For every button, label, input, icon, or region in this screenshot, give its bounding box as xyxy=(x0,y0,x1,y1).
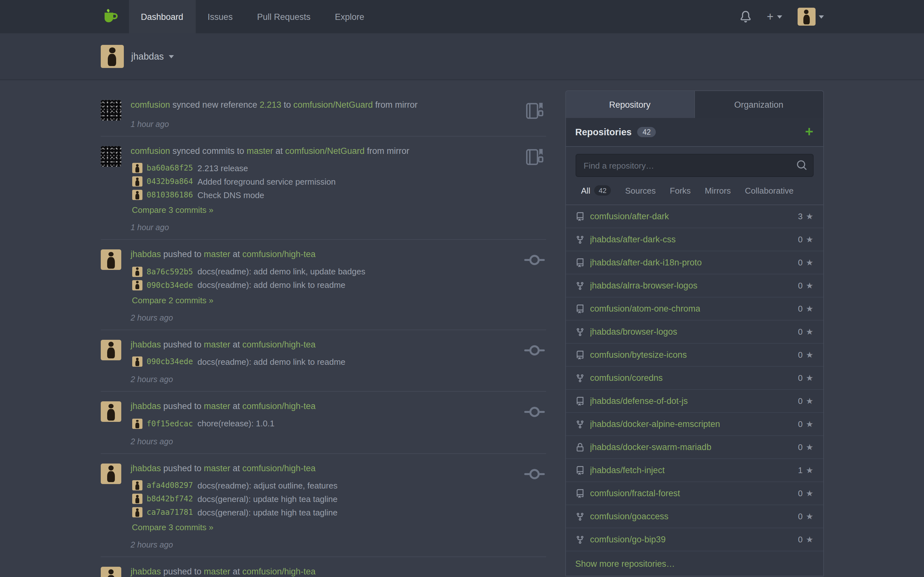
commit-sha-link[interactable]: f0f15edcac xyxy=(147,419,193,428)
repo-link[interactable]: jhabdas/browser-logos xyxy=(590,327,677,337)
filter-all[interactable]: All 42 xyxy=(575,183,617,197)
commit-list: afa4d08297 docs(readme): adjust outline,… xyxy=(132,480,515,532)
commit-sha-link[interactable]: 090cb34ede xyxy=(147,358,193,366)
commit-sha-link[interactable]: 0432b9a864 xyxy=(147,177,193,186)
nav-dashboard[interactable]: Dashboard xyxy=(129,0,195,33)
repo-link[interactable]: jhabdas/docker-swarm-mariadb xyxy=(590,442,711,452)
nav-issues[interactable]: Issues xyxy=(195,0,245,33)
commit-sha-link[interactable]: ca7aa71781 xyxy=(147,508,193,517)
repo-link[interactable]: comfusion/high-tea xyxy=(242,340,315,349)
repo-link[interactable]: jhabdas/after-dark-css xyxy=(590,235,676,244)
repo-list-item: jhabdas/fetch-inject 1 xyxy=(565,459,823,482)
repo-link[interactable]: comfusion/NetGuard xyxy=(285,146,365,155)
compare-commits-link[interactable]: Compare 2 commits » xyxy=(132,295,213,305)
fork-icon xyxy=(575,235,584,244)
repo-link[interactable]: comfusion/NetGuard xyxy=(293,100,373,110)
add-repository-button[interactable]: + xyxy=(805,125,813,139)
repo-list-item: comfusion/atom-one-chroma 0 xyxy=(565,298,823,321)
repo-list-item: comfusion/bytesize-icons 0 xyxy=(565,343,823,367)
user-menu-button[interactable] xyxy=(797,8,824,26)
actor-avatar[interactable] xyxy=(100,464,121,484)
actor-link[interactable]: comfusion xyxy=(131,146,170,155)
repo-link[interactable]: jhabdas/docker-alpine-emscripten xyxy=(590,419,720,429)
nav-explore[interactable]: Explore xyxy=(323,0,376,33)
star-count: 0 xyxy=(798,419,803,429)
main-nav: Dashboard Issues Pull Requests Explore xyxy=(129,0,376,33)
feed-context-bar: jhabdas xyxy=(0,33,924,80)
repo-link[interactable]: comfusion/high-tea xyxy=(242,250,315,259)
actor-avatar[interactable] xyxy=(100,340,121,360)
star-icon xyxy=(806,512,813,521)
actor-link[interactable]: jhabdas xyxy=(131,567,161,577)
commit-sha-link[interactable]: b8d42bf742 xyxy=(147,495,193,504)
repo-list-item: comfusion/coredns 0 xyxy=(565,367,823,390)
show-more-repositories-link[interactable]: Show more repositories… xyxy=(565,551,823,576)
filter-sources[interactable]: Sources xyxy=(619,184,661,197)
commit-sha-link[interactable]: 090cb34ede xyxy=(147,280,193,290)
filter-forks[interactable]: Forks xyxy=(664,184,696,197)
notifications-button[interactable] xyxy=(740,11,751,23)
actor-link[interactable]: jhabdas xyxy=(131,402,161,411)
commit-sha-link[interactable]: 8a76c592b5 xyxy=(147,267,193,276)
filter-mirrors[interactable]: Mirrors xyxy=(699,184,737,197)
create-new-button[interactable]: + xyxy=(767,11,782,23)
branch-link[interactable]: master xyxy=(204,250,230,259)
commit-sha-link[interactable]: 0810386186 xyxy=(147,190,193,199)
repo-list-item: jhabdas/browser-logos 0 xyxy=(565,321,823,343)
branch-link[interactable]: master xyxy=(247,146,273,155)
actor-link[interactable]: comfusion xyxy=(131,100,170,110)
action-text: pushed to xyxy=(161,464,204,473)
actor-avatar[interactable] xyxy=(100,146,121,166)
actor-avatar[interactable] xyxy=(100,250,121,270)
filter-collaborative[interactable]: Collaborative xyxy=(739,184,800,197)
repo-stars: 0 xyxy=(798,258,813,268)
repo-list-item: jhabdas/docker-alpine-emscripten 0 xyxy=(565,413,823,436)
search-icon[interactable] xyxy=(796,160,807,172)
lock-icon xyxy=(575,443,584,452)
actor-avatar[interactable] xyxy=(100,100,121,121)
branch-link[interactable]: master xyxy=(204,567,230,577)
repo-link[interactable]: comfusion/high-tea xyxy=(242,402,315,411)
ref-link[interactable]: 2.213 xyxy=(260,100,281,110)
repo-link[interactable]: comfusion/goaccess xyxy=(590,512,669,521)
repo-link[interactable]: comfusion/bytesize-icons xyxy=(590,350,687,359)
branch-link[interactable]: master xyxy=(204,464,230,473)
nav-pull-requests[interactable]: Pull Requests xyxy=(245,0,323,33)
feed-item: jhabdas pushed to master at comfusion/hi… xyxy=(100,330,546,392)
repo-link[interactable]: comfusion/high-tea xyxy=(242,567,315,577)
commit-sha-link[interactable]: afa4d08297 xyxy=(147,481,193,490)
repo-icon xyxy=(575,489,584,498)
compare-commits-link[interactable]: Compare 3 commits » xyxy=(132,205,213,215)
repo-link[interactable]: comfusion/coredns xyxy=(590,373,663,383)
commit-list: ba60a68f25 2.213 release 0432b9a864 Adde… xyxy=(132,163,515,215)
branch-link[interactable]: master xyxy=(204,340,230,349)
actor-avatar[interactable] xyxy=(100,567,121,577)
git-commit-icon xyxy=(524,340,544,363)
repository-search xyxy=(565,147,823,183)
repo-link[interactable]: comfusion/after-dark xyxy=(590,211,669,221)
repo-link[interactable]: comfusion/fractal-forest xyxy=(590,488,680,498)
repo-link[interactable]: comfusion/go-bip39 xyxy=(590,535,666,544)
repo-link[interactable]: jhabdas/defense-of-dot-js xyxy=(590,396,688,406)
repo-link[interactable]: jhabdas/alrra-browser-logos xyxy=(590,281,698,290)
repo-link[interactable]: jhabdas/fetch-inject xyxy=(590,466,665,475)
repo-link[interactable]: comfusion/high-tea xyxy=(242,464,315,473)
repo-link[interactable]: comfusion/atom-one-chroma xyxy=(590,304,700,314)
actor-link[interactable]: jhabdas xyxy=(131,340,161,349)
commit-sha-link[interactable]: ba60a68f25 xyxy=(147,163,193,172)
repository-search-input[interactable] xyxy=(575,154,813,177)
gitea-logo[interactable] xyxy=(100,0,129,33)
branch-link[interactable]: master xyxy=(204,402,230,411)
actor-link[interactable]: jhabdas xyxy=(131,250,161,259)
compare-commits-link[interactable]: Compare 3 commits » xyxy=(132,523,213,532)
tab-organization[interactable]: Organization xyxy=(694,90,824,118)
repo-stars: 0 xyxy=(798,396,813,406)
context-switcher[interactable]: jhabdas xyxy=(100,45,174,68)
feed-item: jhabdas pushed to master at comfusion/hi… xyxy=(100,392,546,454)
actor-avatar[interactable] xyxy=(100,402,121,422)
star-count: 3 xyxy=(798,211,803,221)
tab-repository[interactable]: Repository xyxy=(565,90,694,118)
repository-filters: All 42 Sources Forks Mirrors Collaborati… xyxy=(565,183,823,205)
actor-link[interactable]: jhabdas xyxy=(131,464,161,473)
repo-link[interactable]: jhabdas/after-dark-i18n-proto xyxy=(590,258,702,268)
